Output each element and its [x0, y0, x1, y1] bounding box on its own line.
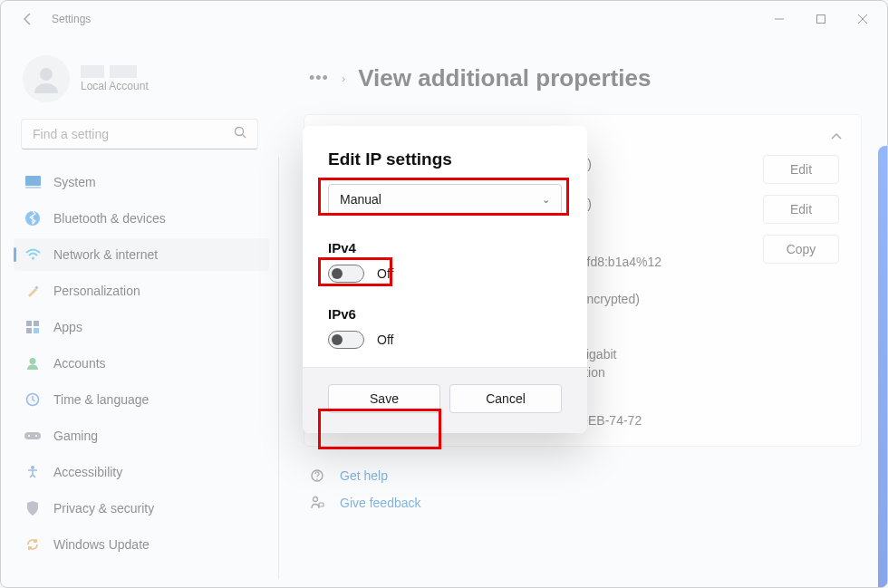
svg-point-20	[35, 435, 37, 437]
user-subtitle: Local Account	[81, 80, 149, 92]
apps-icon	[24, 319, 41, 335]
ipv6-toggle[interactable]	[328, 331, 364, 349]
maximize-button[interactable]	[800, 5, 842, 33]
chevron-right-icon: ›	[342, 72, 345, 85]
sidebar-item-accessibility[interactable]: Accessibility	[14, 456, 269, 488]
gaming-icon	[24, 428, 41, 444]
svg-rect-8	[25, 187, 41, 188]
give-feedback-label[interactable]: Give feedback	[340, 496, 421, 510]
avatar	[23, 55, 70, 102]
sidebar: Local Account System Bluetooth & devices	[1, 43, 282, 587]
app-title: Settings	[52, 13, 91, 25]
svg-rect-18	[24, 432, 41, 439]
sidebar-item-label: Windows Update	[53, 537, 150, 552]
sidebar-item-update[interactable]: Windows Update	[14, 528, 269, 561]
get-help-link[interactable]: Get help	[309, 468, 862, 483]
sidebar-item-privacy[interactable]: Privacy & security	[14, 492, 269, 525]
user-name	[81, 65, 149, 78]
svg-point-23	[316, 478, 318, 480]
sidebar-item-label: Accessibility	[53, 465, 122, 479]
sidebar-item-label: System	[53, 175, 96, 189]
back-icon[interactable]	[21, 12, 35, 26]
ipv4-toggle-label: Off	[377, 266, 393, 281]
svg-point-4	[40, 68, 53, 81]
help-icon	[309, 468, 325, 483]
sidebar-item-label: Privacy & security	[53, 501, 154, 516]
edit-button[interactable]: Edit	[763, 155, 839, 184]
svg-rect-15	[34, 328, 39, 333]
svg-point-19	[28, 435, 30, 437]
accessibility-icon	[24, 464, 41, 480]
bluetooth-icon	[24, 210, 41, 227]
ip-mode-dropdown[interactable]: Manual ⌄	[328, 184, 562, 215]
edit-ip-dialog: Edit IP settings Manual ⌄ IPv4 Off IPv6 …	[303, 126, 587, 433]
svg-rect-1	[817, 15, 825, 24]
minimize-button[interactable]	[758, 5, 800, 33]
sidebar-item-bluetooth[interactable]: Bluetooth & devices	[14, 202, 269, 235]
svg-rect-25	[319, 503, 323, 506]
sidebar-item-label: Bluetooth & devices	[53, 211, 166, 226]
svg-rect-13	[34, 321, 39, 326]
ipv6-heading: IPv6	[328, 306, 562, 322]
close-button[interactable]	[842, 5, 883, 33]
title-bar: Settings	[1, 1, 887, 37]
nav-list: System Bluetooth & devices Network & int…	[1, 159, 278, 561]
svg-line-6	[243, 135, 246, 139]
sidebar-item-gaming[interactable]: Gaming	[14, 419, 269, 452]
breadcrumb: ••• › View additional properties	[304, 59, 862, 114]
window-controls	[758, 5, 883, 33]
sidebar-item-label: Gaming	[53, 429, 98, 443]
user-block[interactable]: Local Account	[1, 43, 278, 119]
account-icon	[24, 355, 41, 371]
search-input[interactable]	[21, 119, 258, 149]
get-help-label[interactable]: Get help	[340, 468, 388, 483]
svg-point-24	[314, 496, 318, 501]
search-field[interactable]	[33, 127, 234, 141]
sidebar-item-apps[interactable]: Apps	[14, 311, 269, 343]
sidebar-item-label: Accounts	[53, 356, 106, 371]
dialog-title: Edit IP settings	[328, 149, 562, 169]
dropdown-value: Manual	[340, 192, 381, 207]
sidebar-item-time-language[interactable]: Time & language	[14, 383, 269, 416]
shield-icon	[24, 500, 41, 516]
search-icon	[234, 126, 246, 142]
give-feedback-link[interactable]: Give feedback	[309, 496, 862, 510]
page-title: View additional properties	[358, 64, 651, 92]
sidebar-item-personalization[interactable]: Personalization	[14, 275, 269, 307]
sidebar-item-network[interactable]: Network & internet	[14, 238, 269, 271]
collapse-icon[interactable]	[830, 128, 843, 144]
feedback-icon	[309, 496, 325, 510]
sidebar-item-label: Apps	[53, 320, 82, 334]
copy-button[interactable]: Copy	[763, 235, 839, 264]
help-links: Get help Give feedback	[304, 447, 862, 510]
svg-point-5	[236, 128, 244, 136]
system-icon	[24, 174, 41, 190]
ipv6-toggle-label: Off	[377, 333, 393, 347]
sidebar-item-label: Personalization	[53, 284, 140, 298]
sidebar-item-accounts[interactable]: Accounts	[14, 347, 269, 380]
wifi-icon	[24, 246, 41, 263]
breadcrumb-overflow[interactable]: •••	[309, 69, 329, 88]
svg-point-10	[32, 257, 34, 260]
edit-button[interactable]: Edit	[763, 195, 839, 224]
svg-rect-14	[26, 328, 32, 333]
chevron-down-icon: ⌄	[542, 194, 550, 206]
ipv4-heading: IPv4	[328, 240, 562, 255]
save-button[interactable]: Save	[328, 384, 440, 413]
sidebar-item-system[interactable]: System	[14, 166, 269, 198]
svg-point-16	[30, 358, 36, 364]
cancel-button[interactable]: Cancel	[449, 384, 562, 413]
ipv4-toggle[interactable]	[328, 265, 364, 283]
svg-rect-12	[26, 321, 32, 326]
sidebar-item-label: Time & language	[53, 392, 149, 407]
brush-icon	[24, 283, 41, 299]
svg-point-21	[31, 466, 34, 469]
update-icon	[24, 536, 41, 553]
clock-icon	[24, 391, 41, 408]
sidebar-item-label: Network & internet	[53, 247, 158, 262]
desktop-edge	[878, 146, 887, 587]
svg-rect-7	[25, 176, 41, 186]
